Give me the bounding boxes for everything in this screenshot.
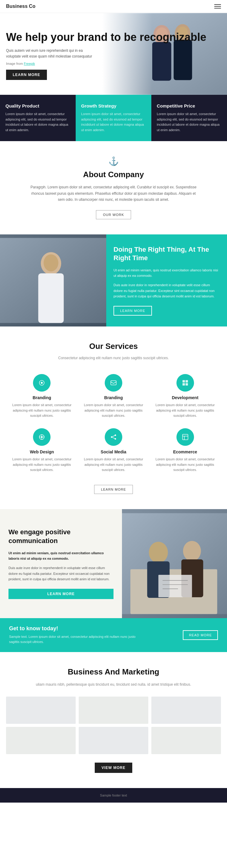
svg-point-24 — [115, 434, 116, 436]
engage-image — [122, 509, 227, 618]
service-branding-2: Branding Lorem ipsum dolor sit amet, con… — [78, 369, 150, 424]
svg-rect-12 — [111, 381, 116, 385]
branding-2-icon — [105, 374, 122, 392]
growth-title: Growth Strategy — [81, 103, 146, 108]
svg-point-18 — [41, 436, 43, 438]
service-socialmedia: Social Media Lorem ipsum dolor sit amet,… — [78, 424, 150, 477]
services-learn-more-button[interactable]: LEARN MORE — [94, 485, 133, 494]
get-to-know-text: Get to know today! Sample text. Lorem ip… — [9, 625, 142, 645]
quality-title: Quality Product — [5, 103, 70, 108]
service-name-2: Development — [155, 395, 215, 400]
services-subtitle: Consectetur adipiscing elit nullam nunc … — [6, 356, 221, 360]
biz-card-4 — [6, 727, 76, 754]
svg-rect-9 — [38, 273, 64, 323]
growth-text: Lorem ipsum dolor sit amet, consectetur … — [81, 112, 146, 133]
service-ecommerce: Ecommerce Lorem ipsum dolor sit amet, co… — [149, 424, 221, 477]
svg-point-33 — [149, 542, 168, 563]
services-title: Our Services — [6, 342, 221, 351]
competitive-text: Lorem ipsum dolor sit amet, consectetur … — [157, 112, 222, 133]
engage-text-block: We engage positive communication Ut enim… — [0, 509, 122, 618]
svg-point-23 — [111, 436, 112, 438]
service-text-5: Lorem ipsum dolor sit amet, consectetur … — [155, 457, 215, 473]
biz-card-1 — [6, 696, 76, 724]
business-section: Business And Marketing uliam mauris nibh… — [0, 652, 227, 788]
doing-left-image — [0, 235, 106, 327]
hero-section: We help your brand to be recognizable Qu… — [0, 13, 227, 95]
branding-1-icon — [33, 374, 51, 392]
svg-rect-28 — [183, 434, 188, 440]
svg-line-27 — [112, 437, 115, 438]
engage-title: We engage positive communication — [8, 528, 114, 545]
hamburger-menu[interactable] — [214, 4, 221, 8]
service-webdesign: Web Design Lorem ipsum dolor sit amet, c… — [6, 424, 78, 477]
quality-text: Lorem ipsum dolor sit amet, consectetur … — [5, 112, 70, 133]
service-text-3: Lorem ipsum dolor sit amet, consectetur … — [12, 457, 72, 473]
about-title: About Company — [6, 170, 221, 179]
service-text-0: Lorem ipsum dolor sit amet, consectetur … — [12, 403, 72, 418]
doing-title: Doing The Right Thing, At The Right Time — [114, 245, 220, 262]
doing-text2: Duis aute irure dolor in reprehenderit i… — [114, 282, 220, 299]
service-development: Development Lorem ipsum dolor sit amet, … — [149, 369, 221, 424]
svg-rect-37 — [158, 575, 192, 597]
growth-strategy-col: Growth Strategy Lorem ipsum dolor sit am… — [76, 95, 151, 141]
doing-right-content: Doing The Right Thing, At The Right Time… — [106, 235, 227, 327]
get-to-know-title: Get to know today! — [9, 625, 142, 632]
svg-point-10 — [43, 254, 58, 271]
service-text-1: Lorem ipsum dolor sit amet, consectetur … — [84, 403, 143, 418]
biz-card-5 — [79, 727, 148, 754]
business-grid — [6, 696, 221, 754]
competitive-title: Competitive Price — [157, 103, 222, 108]
our-work-button[interactable]: OUR WORK — [96, 210, 131, 219]
service-name-3: Web Design — [12, 450, 72, 454]
view-more-button[interactable]: VIEW MORE — [95, 763, 132, 773]
about-text: Paragrph. Lorem ipsum dolor sit amet, co… — [29, 184, 198, 203]
ecommerce-icon — [176, 428, 194, 446]
hero-title: We help your brand to be recognizable — [6, 31, 221, 43]
logo: Business Co — [6, 4, 35, 9]
get-to-know-description: Sample text. Lorem ipsum dolor sit amet,… — [9, 634, 142, 645]
hero-description: Quis autem vel eum iure reprehenderit qu… — [6, 48, 97, 59]
service-branding-1: Branding Lorem ipsum dolor sit amet, con… — [6, 369, 78, 424]
svg-rect-16 — [186, 383, 188, 385]
biz-card-3 — [151, 696, 221, 724]
service-name-5: Ecommerce — [155, 450, 215, 454]
doing-text1: Ut enim ad minim veniam, quis nostrud ex… — [114, 268, 220, 279]
engage-learn-more-button[interactable]: LEARN MORE — [8, 589, 114, 599]
services-learn-more-container: LEARN MORE — [6, 485, 221, 494]
get-to-know-section: Get to know today! Sample text. Lorem ip… — [0, 618, 227, 652]
svg-point-25 — [115, 438, 116, 439]
footer-text: Sample footer text — [6, 794, 221, 797]
svg-rect-15 — [183, 383, 185, 385]
footer: Sample footer text — [0, 788, 227, 803]
competitive-price-col: Competitive Price Lorem ipsum dolor sit … — [151, 95, 227, 141]
socialmedia-icon — [105, 428, 122, 446]
quality-product-col: Quality Product Lorem ipsum dolor sit am… — [0, 95, 76, 141]
service-name-1: Branding — [84, 395, 143, 400]
hero-image-credit: Image from Freepik — [6, 62, 221, 65]
hero-text-block: We help your brand to be recognizable Qu… — [6, 31, 221, 80]
webdesign-icon — [33, 428, 51, 446]
three-columns-section: Quality Product Lorem ipsum dolor sit am… — [0, 95, 227, 141]
svg-point-35 — [183, 541, 201, 561]
hero-learn-more-button[interactable]: LEARN MORE — [6, 70, 47, 80]
business-text: uliam mauris nibh, pellentesque quis tin… — [29, 681, 198, 687]
doing-right-section: Doing The Right Thing, At The Right Time… — [0, 235, 227, 327]
anchor-icon: ⚓ — [6, 156, 221, 166]
service-name-0: Branding — [12, 395, 72, 400]
svg-rect-14 — [186, 380, 188, 382]
engage-section: We engage positive communication Ut enim… — [0, 509, 227, 618]
services-section: Our Services Consectetur adipiscing elit… — [0, 327, 227, 509]
header: Business Co — [0, 0, 227, 13]
doing-learn-more-button[interactable]: LEARN MORE — [114, 306, 152, 316]
read-more-button[interactable]: READ MORE — [183, 630, 218, 640]
business-title: Business And Marketing — [6, 667, 221, 677]
freepik-link[interactable]: Freepik — [24, 62, 35, 65]
service-name-4: Social Media — [84, 450, 143, 454]
engage-text2: Duis aute irure dolor in reprehenderit i… — [8, 565, 114, 582]
development-icon — [176, 374, 194, 392]
services-grid: Branding Lorem ipsum dolor sit amet, con… — [6, 369, 221, 477]
biz-card-2 — [79, 696, 148, 724]
service-text-2: Lorem ipsum dolor sit amet, consectetur … — [155, 403, 215, 418]
svg-rect-13 — [183, 380, 185, 382]
service-text-4: Lorem ipsum dolor sit amet, consectetur … — [84, 457, 143, 473]
